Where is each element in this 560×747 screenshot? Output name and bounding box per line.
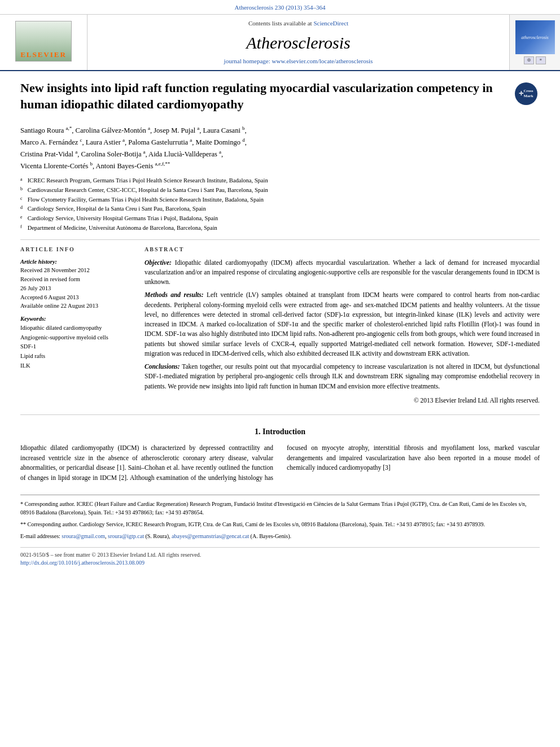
keyword-4: Lipid rafts	[20, 352, 133, 361]
intro-heading: 1. Introduction	[20, 426, 540, 438]
methods-label: Methods and results:	[145, 291, 204, 298]
doi-link[interactable]: http://dx.doi.org/10.1016/j.atherosclero…	[20, 560, 145, 566]
accepted-date: Accepted 6 August 2013	[20, 293, 133, 302]
divider-1	[20, 239, 540, 240]
science-direct-link[interactable]: ScienceDirect	[313, 20, 348, 27]
elsevier-logo: ELSEVIER	[15, 21, 72, 64]
keyword-2: Angiogenic-supportive myeloid cells	[20, 333, 133, 343]
article-info-column: ARTICLE INFO Article history: Received 2…	[20, 246, 133, 409]
abstract-methods: Methods and results: Left ventricle (LV)…	[145, 290, 540, 359]
abstract-heading: ABSTRACT	[145, 246, 540, 254]
abstract-text: Objective: Idiopathic dilated cardiomyop…	[145, 258, 540, 406]
science-direct-label: Contents lists available at ScienceDirec…	[248, 19, 348, 28]
footnote-double-star: ** Corresponding author. Cardiology Serv…	[20, 520, 540, 528]
available-date: Available online 22 August 2013	[20, 302, 133, 311]
footnotes-section: * Corresponding author. ICREC (Heart Fai…	[20, 495, 540, 540]
elsevier-wordmark: ELSEVIER	[20, 50, 67, 61]
affiliation-f: f Department of Medicine, Universitat Au…	[20, 224, 540, 233]
journal-cover: atherosclerosis ◎ ≡	[509, 15, 560, 70]
received-date: Received 28 November 2012	[20, 266, 133, 275]
divider-2	[20, 414, 540, 415]
keywords-label: Keywords:	[20, 315, 133, 324]
article-title-section: New insights into lipid raft function re…	[20, 80, 540, 117]
main-content: New insights into lipid raft function re…	[0, 71, 560, 576]
copyright-notice: © 2013 Elsevier Ireland Ltd. All rights …	[145, 396, 540, 405]
email-link-2[interactable]: sroura@igtp.cat	[108, 533, 144, 539]
icon2: ≡	[536, 56, 546, 64]
history-label: Article history:	[20, 258, 133, 267]
affiliation-a: a ICREC Research Program, Germans Trias …	[20, 176, 540, 185]
icon1: ◎	[524, 56, 534, 64]
authors-text: Santiago Roura a,*, Carolina Gálvez-Mont…	[20, 126, 247, 170]
journal-header: Atherosclerosis 230 (2013) 354–364	[0, 0, 560, 15]
footnote-emails: E-mail addresses: sroura@gmail.com, srou…	[20, 532, 540, 540]
journal-title-section: Contents lists available at ScienceDirec…	[88, 15, 509, 70]
footnote-star: * Corresponding author. ICREC (Heart Fai…	[20, 500, 540, 517]
email-label: E-mail addresses:	[20, 533, 62, 539]
affiliation-b: b Cardiovascular Research Center, CSIC-I…	[20, 186, 540, 195]
affiliation-c: c Flow Cytometry Facility, Germans Trias…	[20, 195, 540, 204]
article-body: ARTICLE INFO Article history: Received 2…	[20, 246, 540, 409]
crossmark-badge: ✛CrossMark	[515, 82, 540, 107]
email-link-3[interactable]: abayes@germanstrias@gencat.cat	[172, 533, 249, 539]
journal-banner: ELSEVIER Contents lists available at Sci…	[0, 15, 560, 71]
affiliation-e: e Cardiology Service, University Hospita…	[20, 214, 540, 223]
journal-icons: ◎ ≡	[524, 56, 546, 64]
keywords-section: Keywords: Idiopathic dilated cardiomyopa…	[20, 315, 133, 371]
footnote-double-star-text: ** Corresponding author. Cardiology Serv…	[20, 521, 485, 527]
article-title: New insights into lipid raft function re…	[20, 80, 515, 112]
abstract-conclusions: Conclusions: Taken together, our results…	[145, 362, 540, 391]
conclusions-label: Conclusions:	[145, 363, 180, 370]
email-attribution: (S. Roura),	[145, 533, 172, 539]
revised-date: Received in revised form26 July 2013	[20, 275, 133, 293]
journal-citation: Atherosclerosis 230 (2013) 354–364	[234, 4, 325, 11]
affiliation-d: d Cardiology Service, Hospital de la San…	[20, 204, 540, 213]
elsevier-logo-section: ELSEVIER	[0, 15, 88, 70]
journal-name: Atherosclerosis	[246, 31, 350, 55]
keyword-1: Idiopathic dilated cardiomyopathy	[20, 324, 133, 333]
objective-label: Objective:	[145, 259, 172, 266]
email-link-1[interactable]: sroura@gmail.com	[62, 533, 105, 539]
footnote-star-text: * Corresponding author. ICREC (Heart Fai…	[20, 501, 527, 516]
intro-section-number: 1. Introduction	[255, 427, 305, 436]
intro-text: Idiopathic dilated cardiomyopathy (IDCM)…	[20, 443, 540, 483]
keyword-3: SDF-1	[20, 342, 133, 352]
article-history: Article history: Received 28 November 20…	[20, 258, 133, 311]
journal-cover-image: atherosclerosis	[515, 20, 555, 54]
introduction-section: 1. Introduction Idiopathic dilated cardi…	[20, 426, 540, 483]
article-info-heading: ARTICLE INFO	[20, 246, 133, 254]
authors: Santiago Roura a,*, Carolina Gálvez-Mont…	[20, 124, 540, 172]
bottom-bar: 0021-9150/$ – see front matter © 2013 El…	[20, 547, 540, 567]
journal-homepage: journal homepage: www.elsevier.com/locat…	[224, 57, 373, 65]
affiliations: a ICREC Research Program, Germans Trias …	[20, 176, 540, 233]
keywords-list: Idiopathic dilated cardiomyopathy Angiog…	[20, 324, 133, 371]
abstract-objective: Objective: Idiopathic dilated cardiomyop…	[145, 258, 540, 287]
crossmark-icon: ✛CrossMark	[515, 82, 537, 105]
email-attribution-2: (A. Bayes-Genis).	[251, 533, 291, 539]
keyword-5: ILK	[20, 361, 133, 371]
copyright-line: 0021-9150/$ – see front matter © 2013 El…	[20, 551, 540, 559]
doi-line: http://dx.doi.org/10.1016/j.atherosclero…	[20, 559, 540, 567]
abstract-column: ABSTRACT Objective: Idiopathic dilated c…	[145, 246, 540, 409]
